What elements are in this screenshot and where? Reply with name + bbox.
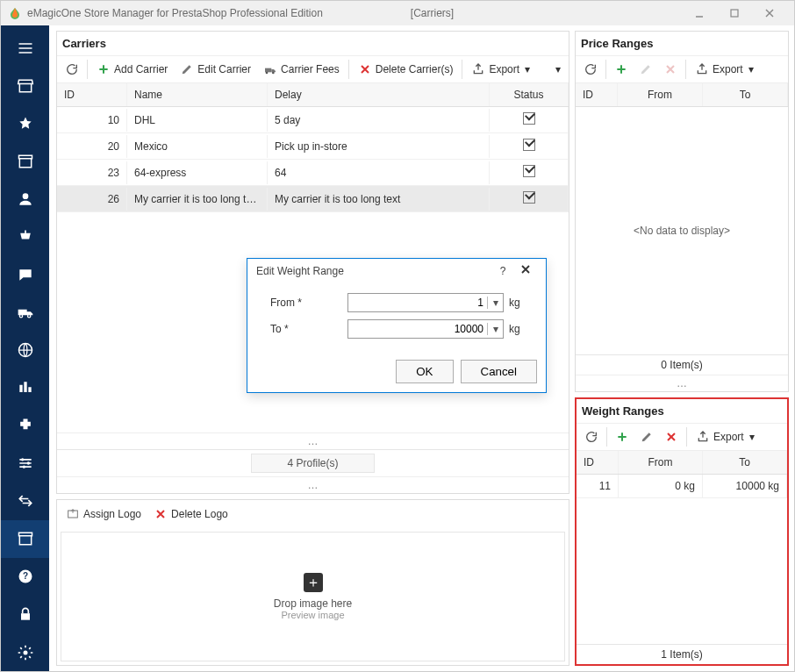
price-col-to[interactable]: To <box>703 83 788 106</box>
svg-rect-13 <box>21 614 30 621</box>
window-maximize-button[interactable] <box>717 1 752 25</box>
cell-delay: 5 day <box>268 109 490 132</box>
sidebar-archive[interactable] <box>1 142 49 180</box>
to-input-field[interactable] <box>348 323 487 335</box>
plus-icon: ＋ <box>304 573 323 592</box>
table-row[interactable]: 110 kg10000 kg <box>577 475 787 498</box>
assign-logo-button[interactable]: Assign Logo <box>61 504 147 525</box>
svg-point-4 <box>22 193 28 199</box>
weight-add-button[interactable] <box>611 426 634 447</box>
modal-close-button[interactable] <box>514 264 537 277</box>
from-input[interactable]: ▾ <box>347 293 504 312</box>
window-title-suffix: [Carriers] <box>411 7 454 19</box>
edit-weight-range-dialog: Edit Weight Range ? From * ▾ kg To * ▾ <box>247 258 547 393</box>
col-name[interactable]: Name <box>127 83 268 106</box>
cell-status[interactable] <box>490 133 569 159</box>
table-row[interactable]: 2364-express64 <box>57 160 569 186</box>
sidebar-cart[interactable] <box>1 218 49 255</box>
weight-col-to[interactable]: To <box>703 451 787 474</box>
price-nodata: <No data to display> <box>576 107 788 354</box>
cell-from: 0 kg <box>619 475 703 497</box>
assign-logo-label: Assign Logo <box>83 508 141 520</box>
ok-button[interactable]: OK <box>396 360 453 383</box>
table-row[interactable]: 26My carrier it is too long textMy carri… <box>57 186 569 212</box>
price-refresh-button[interactable] <box>579 59 602 80</box>
price-col-id[interactable]: ID <box>576 83 618 106</box>
sidebar-globe[interactable] <box>1 332 49 369</box>
carriers-refresh-button[interactable] <box>61 59 83 80</box>
sidebar-lock[interactable] <box>1 596 49 633</box>
weight-count: 1 Item(s) <box>577 644 787 664</box>
weight-col-id[interactable]: ID <box>577 451 619 474</box>
delete-logo-button[interactable]: Delete Logo <box>148 504 233 525</box>
cell-status[interactable] <box>490 186 569 211</box>
price-col-from[interactable]: From <box>618 83 703 106</box>
sidebar-truck[interactable] <box>1 293 49 331</box>
price-count: 0 Item(s) <box>576 354 788 375</box>
sidebar-plugin[interactable] <box>1 407 49 445</box>
from-spin-button[interactable]: ▾ <box>487 297 503 309</box>
weight-edit-button[interactable] <box>635 426 658 447</box>
table-row[interactable]: 20MexicoPick up in-store <box>57 133 569 160</box>
svg-point-5 <box>19 314 22 317</box>
weight-refresh-button[interactable] <box>580 426 603 447</box>
sidebar-archive2[interactable] <box>1 520 49 558</box>
weight-delete-button[interactable] <box>660 426 683 447</box>
svg-point-14 <box>23 650 27 654</box>
edit-carrier-label: Edit Carrier <box>197 63 251 75</box>
sidebar-chat[interactable] <box>1 255 49 293</box>
cell-id: 11 <box>577 475 619 497</box>
cell-id: 26 <box>57 188 127 211</box>
carrier-fees-button[interactable]: Carrier Fees <box>258 59 345 80</box>
sidebar-menu[interactable] <box>1 29 49 67</box>
sidebar-chart[interactable] <box>1 369 49 407</box>
window-minimize-button[interactable] <box>682 1 717 25</box>
cell-name: DHL <box>127 109 268 132</box>
sidebar-star[interactable] <box>1 104 49 142</box>
cancel-button[interactable]: Cancel <box>461 360 538 383</box>
sidebar-store[interactable] <box>1 67 49 104</box>
col-delay[interactable]: Delay <box>268 83 490 106</box>
add-carrier-button[interactable]: Add Carrier <box>91 59 173 80</box>
window-close-button[interactable] <box>752 1 787 25</box>
status-checkbox[interactable] <box>523 112 535 125</box>
carriers-more-button[interactable]: ▾ <box>551 60 565 79</box>
svg-text:?: ? <box>22 572 27 582</box>
status-checkbox[interactable] <box>523 165 535 177</box>
sidebar-sliders[interactable] <box>1 445 49 483</box>
sidebar-user[interactable] <box>1 180 49 218</box>
add-carrier-label: Add Carrier <box>114 63 168 75</box>
status-checkbox[interactable] <box>523 139 535 151</box>
weight-col-from[interactable]: From <box>619 451 703 474</box>
chevron-down-icon: ▾ <box>748 63 754 75</box>
svg-point-9 <box>26 462 29 465</box>
price-add-button[interactable] <box>610 59 633 80</box>
price-export-button[interactable]: Export▾ <box>690 59 759 80</box>
cell-status[interactable] <box>490 160 569 185</box>
to-spin-button[interactable]: ▾ <box>487 323 503 335</box>
weight-ranges-panel: Weight Ranges Export▾ ID From To <box>575 397 789 666</box>
weight-export-button[interactable]: Export▾ <box>691 426 760 447</box>
ellipsis-row-2: … <box>57 476 569 493</box>
carriers-export-button[interactable]: Export ▾ <box>466 59 535 80</box>
to-input[interactable]: ▾ <box>347 319 504 339</box>
logo-dropzone[interactable]: ＋ Drop image here Preview image <box>61 532 565 661</box>
sidebar-help[interactable]: ? <box>1 558 49 596</box>
price-edit-button[interactable] <box>634 59 657 80</box>
edit-carrier-button[interactable]: Edit Carrier <box>175 59 256 80</box>
col-status[interactable]: Status <box>490 83 569 106</box>
delete-carrier-button[interactable]: Delete Carrier(s) <box>353 59 459 80</box>
status-checkbox[interactable] <box>523 191 535 204</box>
sidebar-sync[interactable] <box>1 483 49 520</box>
dropzone-title: Drop image here <box>274 597 352 610</box>
svg-point-15 <box>266 72 269 75</box>
price-delete-button[interactable] <box>659 59 682 80</box>
from-label: From * <box>270 297 347 309</box>
modal-help-button[interactable]: ? <box>491 265 514 277</box>
table-row[interactable]: 10DHL5 day <box>57 107 569 133</box>
from-input-field[interactable] <box>348 297 487 309</box>
col-id[interactable]: ID <box>57 83 127 106</box>
cell-name: 64-express <box>127 161 268 184</box>
sidebar-settings[interactable] <box>1 633 49 671</box>
cell-status[interactable] <box>490 107 569 132</box>
